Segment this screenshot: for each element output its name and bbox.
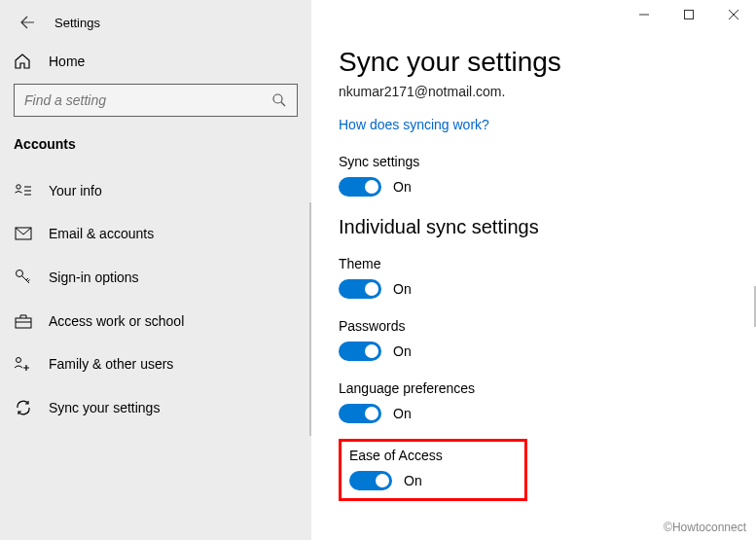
sidebar-item-work[interactable]: Access work or school	[0, 300, 311, 342]
home-icon	[14, 53, 31, 70]
toggle-state: On	[404, 473, 422, 488]
home-nav[interactable]: Home	[0, 41, 311, 82]
sidebar-item-your-info[interactable]: Your info	[0, 169, 311, 212]
close-icon	[729, 10, 738, 19]
sidebar-item-label: Family & other users	[49, 356, 173, 372]
category-heading: Accounts	[0, 130, 311, 169]
passwords-toggle[interactable]	[339, 342, 381, 361]
briefcase-icon	[14, 313, 33, 329]
minimize-button[interactable]	[622, 0, 666, 29]
person-card-icon	[14, 184, 33, 198]
sidebar-item-label: Sync your settings	[49, 400, 160, 415]
sidebar-item-signin[interactable]: Sign-in options	[0, 255, 311, 300]
window-controls	[622, 0, 756, 29]
maximize-icon	[684, 10, 694, 19]
theme-label: Theme	[339, 256, 756, 271]
help-link[interactable]: How does syncing work?	[339, 117, 489, 132]
search-input[interactable]	[24, 92, 248, 108]
svg-point-5	[17, 358, 21, 363]
language-toggle[interactable]	[339, 404, 381, 423]
watermark: ©Howtoconnect	[664, 521, 746, 534]
maximize-button[interactable]	[666, 0, 711, 29]
close-button[interactable]	[711, 0, 756, 29]
search-box[interactable]	[14, 84, 298, 117]
minimize-icon	[639, 10, 649, 19]
sidebar-item-label: Sign-in options	[49, 270, 139, 285]
home-label: Home	[49, 54, 85, 69]
account-email: nkumar2171@notmail.com.	[339, 84, 756, 99]
sidebar-item-label: Email & accounts	[49, 226, 154, 241]
passwords-label: Passwords	[339, 318, 756, 334]
ease-label: Ease of Access	[349, 448, 443, 463]
toggle-state: On	[393, 406, 412, 421]
ease-toggle[interactable]	[349, 471, 392, 490]
sidebar: Settings Home Accounts Your info Email &…	[0, 0, 311, 540]
svg-point-1	[17, 185, 20, 189]
sidebar-item-sync[interactable]: Sync your settings	[0, 385, 311, 430]
sidebar-item-label: Your info	[49, 183, 102, 198]
language-label: Language preferences	[339, 380, 756, 396]
window-title: Settings	[54, 16, 100, 30]
sidebar-item-family[interactable]: Family & other users	[0, 342, 311, 385]
toggle-state: On	[393, 179, 412, 195]
section-title: Individual sync settings	[339, 216, 756, 238]
svg-rect-4	[16, 318, 31, 328]
mail-icon	[14, 227, 33, 240]
svg-point-3	[17, 270, 23, 277]
toggle-state: On	[393, 281, 412, 297]
sidebar-item-email[interactable]: Email & accounts	[0, 212, 311, 255]
toggle-state: On	[393, 343, 412, 359]
content-pane: Sync your settings nkumar2171@notmail.co…	[311, 0, 756, 540]
svg-rect-6	[685, 11, 694, 19]
sidebar-item-label: Access work or school	[49, 313, 184, 329]
svg-point-0	[273, 94, 282, 103]
sync-icon	[14, 399, 33, 416]
back-button[interactable]	[14, 9, 41, 36]
sync-settings-toggle[interactable]	[339, 177, 381, 197]
sync-settings-label: Sync settings	[339, 154, 756, 169]
page-title: Sync your settings	[339, 47, 756, 78]
highlight-annotation: Ease of Access On	[339, 439, 527, 501]
search-icon	[271, 92, 287, 108]
theme-toggle[interactable]	[339, 279, 381, 299]
back-arrow-icon	[19, 15, 35, 30]
key-icon	[14, 269, 33, 286]
family-icon	[14, 356, 33, 372]
title-bar: Settings	[0, 4, 311, 41]
